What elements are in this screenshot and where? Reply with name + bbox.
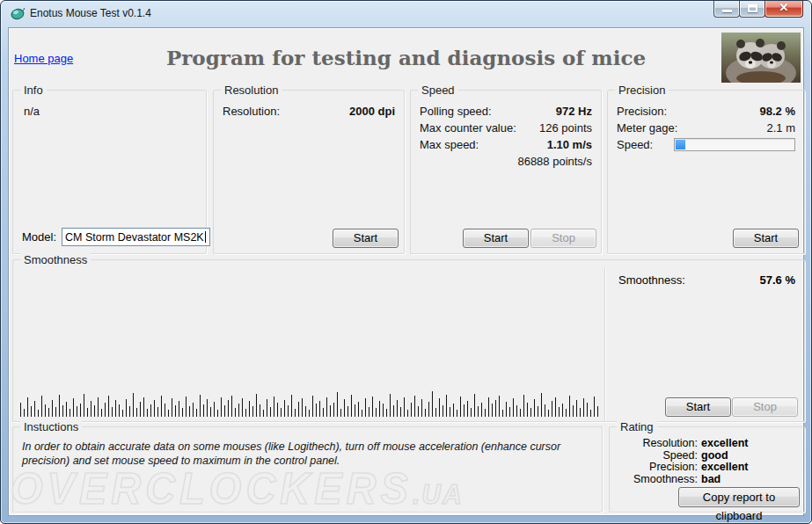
vertical-divider: [604, 267, 605, 421]
rating-row-speed: Speed: good: [610, 450, 804, 462]
speed-gauge-label: Speed:: [617, 136, 653, 153]
polling-speed-label: Polling speed:: [420, 103, 492, 120]
close-button[interactable]: ✕: [764, 0, 803, 18]
close-icon: ✕: [765, 1, 802, 14]
smoothness-start-button[interactable]: Start: [665, 397, 731, 417]
mouse-app-icon: [11, 7, 26, 20]
precision-legend: Precision: [615, 84, 669, 97]
window-title: Enotus Mouse Test v0.1.4: [30, 7, 151, 19]
precision-start-button[interactable]: Start: [733, 229, 799, 248]
info-groupbox: Info n/a Model: CM Storm Devastator MS2K: [12, 90, 207, 254]
instructions-groupbox: Instuctions In order to obtain accurate …: [12, 426, 603, 513]
copy-report-button[interactable]: Copy report to clipboard: [678, 487, 800, 507]
smoothness-stop-button[interactable]: Stop: [732, 397, 798, 417]
rating-row-precision: Precision: excellent: [610, 462, 804, 474]
model-input[interactable]: CM Storm Devastator MS2K: [62, 228, 210, 246]
app-window: Enotus Mouse Test v0.1.4 ✕ Home page Pro…: [0, 0, 812, 524]
app-heading: Program for testing and diagnosis of mic…: [114, 46, 698, 69]
minimize-icon: [722, 10, 732, 12]
smoothness-waveform: [20, 387, 599, 417]
resolution-label: Resolution:: [223, 103, 280, 120]
max-speed-label: Max speed:: [420, 136, 479, 153]
smoothness-groupbox: Smoothness Smoothness: 57.6 % Start Stop: [12, 259, 805, 422]
model-label: Model:: [22, 230, 56, 244]
rating-speed-value: good: [701, 450, 728, 462]
rating-resolution-value: excellent: [701, 438, 749, 450]
precision-groupbox: Precision Precision: 98.2 % Meter gage: …: [607, 90, 805, 254]
text-caret: [205, 231, 206, 243]
rating-smoothness-value: bad: [701, 474, 721, 486]
precision-label: Precision:: [617, 103, 667, 120]
instructions-legend: Instuctions: [20, 420, 82, 433]
max-speed-value: 1.10 m/s: [547, 136, 592, 153]
max-counter-value: 126 points: [539, 120, 592, 136]
points-per-second-value: 86888 points/s: [517, 153, 592, 170]
progress-fill: [676, 140, 685, 149]
speed-legend: Speed: [418, 84, 458, 97]
rating-groupbox: Rating Resolution: excellent Speed: good…: [609, 426, 805, 513]
smoothness-label: Smoothness:: [618, 273, 685, 287]
minimize-button[interactable]: [713, 0, 740, 18]
rating-precision-value: excellent: [701, 462, 749, 474]
polling-speed-value: 972 Hz: [556, 103, 592, 120]
title-bar[interactable]: Enotus Mouse Test v0.1.4 ✕: [1, 1, 811, 27]
info-status: n/a: [24, 105, 40, 118]
speed-progress-bar: [674, 138, 795, 151]
meter-gage-value: 2.1 m: [766, 120, 795, 136]
rating-legend: Rating: [617, 420, 657, 433]
speed-start-button[interactable]: Start: [463, 229, 529, 248]
home-page-link[interactable]: Home page: [14, 52, 73, 65]
resolution-start-button[interactable]: Start: [333, 229, 399, 248]
rating-row-resolution: Resolution: excellent: [610, 438, 804, 450]
instructions-text: In order to obtain accurate data on some…: [13, 427, 602, 468]
meter-gage-label: Meter gage:: [617, 120, 677, 136]
maximize-button[interactable]: [739, 0, 765, 18]
resolution-groupbox: Resolution Resolution: 2000 dpi Start: [213, 90, 405, 254]
max-counter-label: Max counter value:: [420, 120, 516, 136]
maximize-icon: [748, 4, 757, 12]
raccoon-image: [721, 33, 801, 83]
speed-stop-button[interactable]: Stop: [530, 229, 596, 248]
resolution-legend: Resolution: [221, 84, 282, 97]
rating-row-smoothness: Smoothness: bad: [610, 474, 804, 486]
smoothness-value: 57.6 %: [760, 273, 795, 287]
client-area: Home page Program for testing and diagno…: [8, 27, 804, 516]
smoothness-legend: Smoothness: [20, 253, 91, 266]
precision-value: 98.2 %: [760, 103, 795, 120]
info-legend: Info: [20, 84, 47, 97]
resolution-value: 2000 dpi: [349, 103, 395, 120]
speed-groupbox: Speed Polling speed: 972 Hz Max counter …: [410, 90, 602, 254]
